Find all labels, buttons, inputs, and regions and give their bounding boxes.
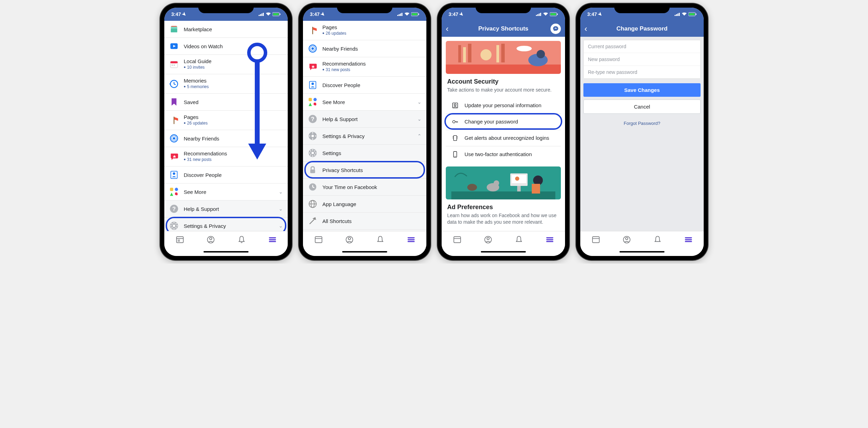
menu-label: Nearby Friends (184, 136, 283, 142)
menu-label: Recommendations (184, 151, 283, 156)
nav-profile-icon[interactable] (345, 235, 354, 244)
menu-item-logout[interactable]: Log Out (303, 230, 426, 231)
forgot-password-link[interactable]: Forgot Password? (580, 121, 704, 126)
retype-password-input[interactable] (584, 66, 700, 78)
menu-item-saved[interactable]: Saved (164, 94, 288, 111)
nav-profile-icon[interactable] (484, 235, 493, 244)
nav-bell-icon[interactable] (514, 235, 523, 244)
menu-content[interactable]: Pages26 updatesNearby FriendsRecommendat… (303, 21, 426, 231)
menu-item-pages[interactable]: Pages26 updates (164, 111, 288, 130)
menu-item-applang[interactable]: App Language (303, 196, 426, 213)
page-title: Change Password (616, 25, 667, 32)
menu-label: Discover People (322, 82, 422, 88)
home-indicator[interactable] (442, 248, 565, 256)
menu-item-recs[interactable]: Recommendations31 new posts (303, 57, 426, 77)
svg-rect-110 (496, 45, 499, 62)
menu-item-help[interactable]: ?Help & Support⌄ (303, 111, 426, 128)
menu-content[interactable]: MarketplaceVideos on WatchLocal Guide10 … (164, 21, 288, 231)
svg-point-71 (312, 135, 314, 137)
svg-rect-1 (260, 14, 261, 16)
applang-icon (308, 199, 318, 209)
menu-item-nearby[interactable]: Nearby Friends (303, 40, 426, 57)
back-button[interactable]: ‹ (584, 24, 587, 34)
status-icons (397, 12, 419, 16)
menu-item-localguide[interactable]: Local Guide10 invites (164, 55, 288, 74)
nav-bell-icon[interactable] (376, 235, 385, 244)
status-bar: 3:47➤ (442, 8, 565, 21)
svg-rect-3 (263, 13, 264, 16)
password-inputs (583, 40, 701, 79)
back-button[interactable]: ‹ (446, 24, 449, 34)
security-item-alerts[interactable]: Get alerts about unrecognized logins (446, 130, 561, 146)
messenger-icon[interactable] (550, 24, 561, 34)
nav-menu-icon[interactable] (545, 235, 554, 244)
menu-item-discover[interactable]: Discover People (164, 166, 288, 183)
security-item-twofa[interactable]: Use two-factor authentication (446, 146, 561, 162)
home-indicator[interactable] (303, 248, 426, 256)
chevron-up-icon: ⌃ (417, 133, 422, 139)
privacy-content[interactable]: Account Security Take actions to make yo… (442, 37, 565, 231)
home-indicator[interactable] (164, 248, 288, 256)
menu-label: Local Guide (184, 58, 283, 64)
menu-item-discover[interactable]: Discover People (303, 77, 426, 94)
svg-rect-65 (309, 98, 312, 101)
menu-item-marketplace[interactable]: Marketplace (164, 21, 288, 38)
security-item-personal[interactable]: Update your personal information (446, 97, 561, 114)
menu-label: App Language (322, 201, 422, 207)
header: ‹ Change Password (580, 21, 704, 37)
menu-label: Privacy Shortcuts (322, 167, 422, 173)
svg-line-35 (172, 228, 172, 228)
home-indicator[interactable] (580, 248, 704, 256)
menu-label: Settings & Privacy (184, 223, 279, 229)
saved-icon (169, 97, 179, 107)
menu-label: Discover People (184, 172, 283, 178)
menu-subtitle: 10 invites (184, 64, 283, 70)
new-password-input[interactable] (584, 53, 700, 66)
menu-item-videos[interactable]: Videos on Watch (164, 38, 288, 55)
menu-item-memories[interactable]: Memories5 memories (164, 74, 288, 94)
menu-item-nearby[interactable]: Nearby Friends (164, 130, 288, 147)
menu-item-help[interactable]: ?Help & Support⌄ (164, 200, 288, 217)
nav-profile-icon[interactable] (206, 235, 215, 244)
status-bar: 3:47➤ (164, 8, 288, 21)
nav-bell-icon[interactable] (237, 235, 246, 244)
menu-item-settings[interactable]: Settings (303, 145, 426, 162)
menu-item-yourtime[interactable]: Your Time on Facebook (303, 179, 426, 196)
svg-line-36 (176, 223, 176, 224)
svg-marker-24 (170, 192, 173, 196)
svg-rect-86 (310, 170, 315, 173)
nav-bell-icon[interactable] (653, 235, 662, 244)
menu-item-pages[interactable]: Pages26 updates (303, 21, 426, 40)
nav-feed-icon[interactable] (453, 235, 462, 244)
menu-item-seemore[interactable]: See More⌄ (303, 94, 426, 111)
menu-label: Nearby Friends (322, 46, 422, 52)
nav-feed-icon[interactable] (314, 235, 323, 244)
menu-item-allshort[interactable]: All Shortcuts (303, 213, 426, 230)
menu-item-sp[interactable]: Settings & Privacy⌃ (303, 128, 426, 145)
svg-point-137 (494, 180, 499, 186)
nav-feed-icon[interactable] (175, 235, 184, 244)
svg-rect-102 (539, 14, 540, 16)
nav-menu-icon[interactable] (407, 235, 416, 244)
nav-profile-icon[interactable] (622, 235, 631, 244)
chevron-down-icon: ⌄ (279, 206, 283, 212)
nav-feed-icon[interactable] (591, 235, 600, 244)
pages-icon (308, 26, 318, 35)
current-password-input[interactable] (584, 40, 700, 53)
location-icon: ➤ (597, 11, 604, 18)
nav-menu-icon[interactable] (268, 235, 277, 244)
svg-point-114 (537, 50, 545, 58)
svg-rect-107 (458, 45, 461, 62)
status-icons (259, 12, 281, 16)
menu-item-settings[interactable]: Settings & Privacy⌄ (164, 217, 288, 231)
security-item-changepw[interactable]: Change your password (446, 114, 561, 130)
chevron-down-icon: ⌄ (279, 223, 283, 229)
memories-icon (169, 79, 179, 89)
save-button[interactable]: Save Changes (583, 83, 701, 97)
menu-item-privshort[interactable]: Privacy Shortcuts (303, 162, 426, 179)
menu-item-recs[interactable]: Recommendations31 new posts (164, 147, 288, 166)
menu-item-seemore[interactable]: See More⌄ (164, 183, 288, 200)
cancel-button[interactable]: Cancel (583, 100, 701, 114)
nav-menu-icon[interactable] (684, 235, 693, 244)
svg-rect-53 (400, 14, 401, 16)
